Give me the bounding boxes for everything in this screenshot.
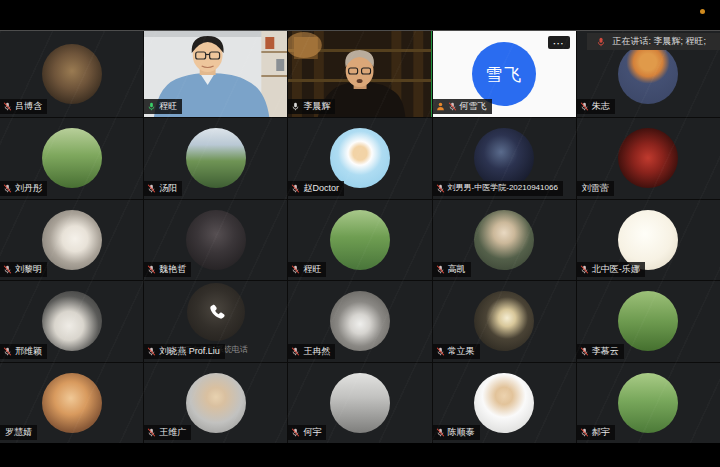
muted-mic-icon [580,428,589,437]
avatar [42,291,102,351]
participant-name: 刘晓燕 Prof.Liu [159,347,220,356]
participant-tile[interactable]: 汤阳 [144,118,287,199]
participant-grid: 吕博含 程旺 [0,31,720,443]
active-mic-icon [147,102,156,111]
muted-mic-icon [147,347,156,356]
speaking-mic-icon [596,37,606,47]
participant-name-label: 罗慧婧 [0,425,37,440]
participant-name: 常立果 [448,347,475,356]
participant-tile[interactable]: 刘男男-中医学院-20210941066 [433,118,576,199]
speaking-notice-text: 正在讲话: 李晨辉; 程旺; [612,35,706,48]
participant-name: 程旺 [303,265,321,274]
avatar [330,128,390,188]
avatar [618,44,678,104]
avatar [330,373,390,433]
participant-name: 王冉然 [303,347,330,356]
participant-name-label: 李慕云 [577,344,624,359]
participant-name-label: 朱志 [577,99,615,114]
muted-mic-icon [147,428,156,437]
participant-tile[interactable]: 李慕云 [577,281,720,362]
participant-tile[interactable]: 何宇 [288,363,431,444]
muted-mic-icon [3,102,12,111]
participant-tile[interactable]: 高凯 [433,200,576,281]
participant-tile[interactable]: 王冉然 [288,281,431,362]
participant-name: 邢维颖 [15,347,42,356]
participant-name-label: 刘黎明 [0,262,47,277]
participant-name: 高凯 [448,265,466,274]
phone-avatar [187,283,245,341]
participant-name-label: 刘晓燕 Prof.Liu [144,344,225,359]
avatar [474,210,534,270]
participant-name-label: 李晨辉 [288,99,335,114]
participant-tile[interactable]: 正在拨叫系统电话 刘晓燕 Prof.Liu [144,281,287,362]
participant-name: 王维广 [159,428,186,437]
participant-name-label: 高凯 [433,262,471,277]
window-title-bar [0,0,720,31]
participant-tile[interactable]: 魏艳哲 [144,200,287,281]
avatar [618,210,678,270]
participant-name: 北中医-乐娜 [592,265,640,274]
participant-tile[interactable]: 王维广 [144,363,287,444]
participant-name-label: 王维广 [144,425,191,440]
muted-mic-icon [580,265,589,274]
participant-tile[interactable]: 陈顺泰 [433,363,576,444]
participant-tile[interactable]: ⋯ 雪飞 何雪飞 [433,31,576,117]
avatar-initials: 雪飞 [472,42,536,106]
participant-tile[interactable]: 程旺 [288,200,431,281]
participant-name: 罗慧婧 [5,428,32,437]
muted-mic-icon [436,265,445,274]
participant-tile[interactable]: 常立果 [433,281,576,362]
muted-mic-icon [3,184,12,193]
participant-name: 刘黎明 [15,265,42,274]
participant-name: 刘丹彤 [15,184,42,193]
muted-mic-icon [147,265,156,274]
avatar [42,210,102,270]
recording-indicator-dot [700,9,705,14]
muted-mic-icon [291,265,300,274]
avatar [474,128,534,188]
more-options-button[interactable]: ⋯ [548,36,570,49]
muted-mic-icon [436,428,445,437]
participant-tile[interactable]: 邢维颖 [0,281,143,362]
participant-tile[interactable]: 刘雷蕾 [577,118,720,199]
participant-tile[interactable]: 刘黎明 [0,200,143,281]
muted-mic-icon [291,184,300,193]
participant-name-label: 刘男男-中医学院-20210941066 [433,181,563,196]
participant-tile[interactable]: 郝宇 [577,363,720,444]
muted-mic-icon [580,102,589,111]
participant-name: 程旺 [159,102,177,111]
participant-name-label: 魏艳哲 [144,262,191,277]
participant-name-label: 陈顺泰 [433,425,480,440]
participant-name-label: 程旺 [288,262,326,277]
avatar [618,128,678,188]
participant-tile[interactable]: 罗慧婧 [0,363,143,444]
participant-name-label: 常立果 [433,344,480,359]
participant-name: 刘雷蕾 [582,184,609,193]
participant-tile[interactable]: 李晨辉 [288,31,431,117]
avatar [186,128,246,188]
participant-name-label: 刘丹彤 [0,181,47,196]
muted-mic-icon [436,184,445,193]
bottom-bar [0,443,720,467]
avatar [330,291,390,351]
participant-name: 汤阳 [159,184,177,193]
meeting-window: 吕博含 程旺 [0,0,720,467]
participant-name-label: 何宇 [288,425,326,440]
participant-tile[interactable]: 北中医-乐娜 [577,200,720,281]
participant-tile[interactable]: 吕博含 [0,31,143,117]
muted-mic-icon [3,347,12,356]
muted-mic-icon [291,428,300,437]
participant-name: 魏艳哲 [159,265,186,274]
avatar [42,373,102,433]
participant-tile[interactable]: 刘丹彤 [0,118,143,199]
avatar [618,291,678,351]
participant-name-label: 郝宇 [577,425,615,440]
participant-tile[interactable]: 赵Doctor [288,118,431,199]
phone-icon [206,302,226,322]
participant-tile[interactable]: 程旺 [144,31,287,117]
participant-name: 赵Doctor [303,184,339,193]
muted-mic-icon [448,102,457,111]
avatar [42,44,102,104]
muted-mic-icon [580,347,589,356]
participant-name-label: 刘雷蕾 [577,181,614,196]
